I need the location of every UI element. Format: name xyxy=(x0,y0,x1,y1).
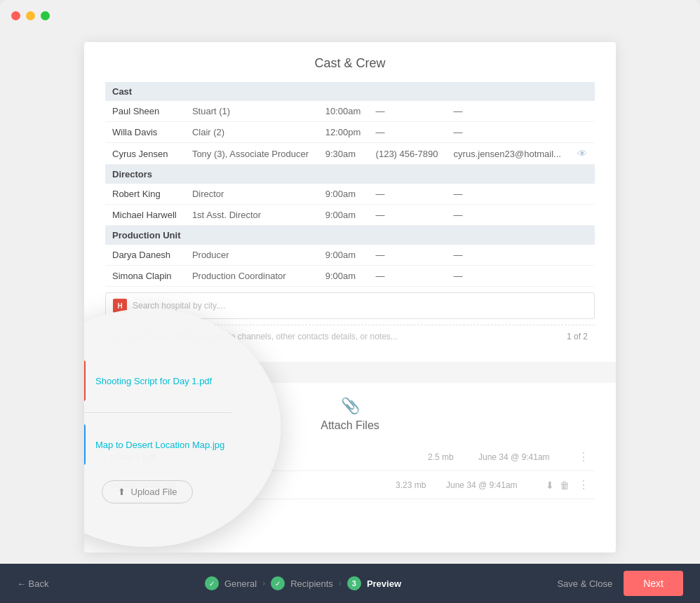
download-icon[interactable]: ⬇ xyxy=(546,480,554,491)
step-preview: 3 Preview xyxy=(347,576,401,590)
member-time: 10:00am xyxy=(318,101,369,122)
group-header-production: Production Unit xyxy=(105,226,595,245)
member-role: Stuart (1) xyxy=(185,101,318,122)
member-phone: — xyxy=(369,101,447,122)
bottom-nav: ← Back ✓ General › ✓ Recipients › 3 Prev… xyxy=(0,564,700,603)
card-wrapper: Cast & Crew Cast Paul Sheen Stuart (1) 1… xyxy=(0,31,700,564)
step-recipients: ✓ Recipients xyxy=(271,576,333,590)
member-phone: — xyxy=(369,122,447,143)
popup-file-item-jpg: JPG Map to Desert Location Map.jpg xyxy=(84,416,253,473)
member-time: 12:00pm xyxy=(318,122,369,143)
traffic-light-yellow[interactable] xyxy=(26,11,35,20)
member-phone: — xyxy=(369,205,447,226)
member-role: Production Coordinator xyxy=(185,266,318,287)
back-button[interactable]: ← Back xyxy=(17,578,49,589)
save-close-button[interactable]: Save & Close xyxy=(557,578,612,589)
member-email: — xyxy=(447,184,571,205)
member-role: 1st Asst. Director xyxy=(185,205,318,226)
popup-overlay: PDF Shooting Script for Day 1.pdf xyxy=(84,309,281,547)
group-label-production: Production Unit xyxy=(105,226,595,245)
step-arrow-2: › xyxy=(339,578,342,588)
member-phone: — xyxy=(369,266,447,287)
table-row: Paul Sheen Stuart (1) 10:00am — — xyxy=(105,101,595,122)
file-date: June 34 @ 9:41am xyxy=(446,480,537,490)
member-email: cyrus.jensen23@hotmail... xyxy=(447,143,571,165)
browser-chrome xyxy=(0,0,700,31)
crew-table: Cast Paul Sheen Stuart (1) 10:00am — — W… xyxy=(105,82,595,287)
card-area: Cast & Crew Cast Paul Sheen Stuart (1) 1… xyxy=(84,42,616,553)
member-name: Robert King xyxy=(105,184,185,205)
table-row: Willa Davis Clair (2) 12:00pm — — xyxy=(105,122,595,143)
member-role: Producer xyxy=(185,245,318,266)
back-label: ← Back xyxy=(17,578,49,589)
file-size: 2.5 mb xyxy=(428,452,470,462)
popup-circle: PDF Shooting Script for Day 1.pdf xyxy=(84,309,281,547)
group-header-cast: Cast xyxy=(105,82,595,101)
attach-title: Attach Files xyxy=(321,419,379,432)
jpg-file-icon: JPG xyxy=(84,424,86,465)
member-role: Tony (3), Associate Producer xyxy=(185,143,318,165)
pdf-file-icon: PDF xyxy=(84,360,86,401)
member-name: Cyrus Jensen xyxy=(105,143,185,165)
upload-file-button[interactable]: ⬆ Upload File xyxy=(102,480,194,503)
member-phone: (123) 456-7890 xyxy=(369,143,447,165)
traffic-light-red[interactable] xyxy=(11,11,20,20)
step-check-recipients: ✓ xyxy=(271,576,285,590)
member-name: Darya Danesh xyxy=(105,245,185,266)
popup-pdf-filename: Shooting Script for Day 1.pdf xyxy=(95,376,212,386)
step-label-recipients: Recipients xyxy=(290,578,333,589)
step-check-general: ✓ xyxy=(205,576,219,590)
next-button[interactable]: Next xyxy=(624,571,683,596)
file-actions: ⬇ 🗑 xyxy=(546,480,570,491)
member-time: 9:00am xyxy=(318,205,369,226)
member-name: Willa Davis xyxy=(105,122,185,143)
file-size: 3.23 mb xyxy=(396,480,438,490)
member-email: — xyxy=(447,101,571,122)
member-time: 9:00am xyxy=(318,266,369,287)
popup-divider xyxy=(84,412,231,413)
step-num-preview: 3 xyxy=(347,576,361,590)
step-general: ✓ General xyxy=(205,576,257,590)
paperclip-icon: 📎 xyxy=(341,397,360,415)
member-email: — xyxy=(447,205,571,226)
eye-icon[interactable]: 👁 xyxy=(577,148,587,159)
file-menu-icon[interactable]: ⋮ xyxy=(578,450,589,463)
member-name: Simona Clapin xyxy=(105,266,185,287)
page-indicator: 1 of 2 xyxy=(567,332,588,341)
table-row: Robert King Director 9:00am — — xyxy=(105,184,595,205)
traffic-light-green[interactable] xyxy=(41,11,50,20)
upload-label: Upload File xyxy=(131,487,177,497)
popup-file-item-pdf: PDF Shooting Script for Day 1.pdf xyxy=(84,352,253,409)
group-label-directors: Directors xyxy=(105,165,595,184)
member-role: Director xyxy=(185,184,318,205)
member-email: — xyxy=(447,245,571,266)
eye-icon-cell[interactable]: 👁 xyxy=(570,143,595,165)
delete-icon[interactable]: 🗑 xyxy=(560,480,570,491)
step-label-preview: Preview xyxy=(367,578,401,589)
member-name: Michael Harwell xyxy=(105,205,185,226)
group-header-directors: Directors xyxy=(105,165,595,184)
member-time: 9:30am xyxy=(318,143,369,165)
member-time: 9:00am xyxy=(318,245,369,266)
upload-icon: ⬆ xyxy=(118,487,126,497)
table-row: Cyrus Jensen Tony (3), Associate Produce… xyxy=(105,143,595,165)
member-email: — xyxy=(447,266,571,287)
step-arrow-1: › xyxy=(262,578,265,588)
member-time: 9:00am xyxy=(318,184,369,205)
member-email: — xyxy=(447,122,571,143)
nav-steps: ✓ General › ✓ Recipients › 3 Preview xyxy=(49,576,558,590)
member-phone: — xyxy=(369,184,447,205)
table-row: Michael Harwell 1st Asst. Director 9:00a… xyxy=(105,205,595,226)
table-row: Darya Danesh Producer 9:00am — — xyxy=(105,245,595,266)
popup-jpg-filename: Map to Desert Location Map.jpg xyxy=(95,440,224,450)
group-label-cast: Cast xyxy=(105,82,595,101)
member-name: Paul Sheen xyxy=(105,101,185,122)
main-area: Cast & Crew Cast Paul Sheen Stuart (1) 1… xyxy=(0,31,700,564)
table-row: Simona Clapin Production Coordinator 9:0… xyxy=(105,266,595,287)
member-role: Clair (2) xyxy=(185,122,318,143)
member-phone: — xyxy=(369,245,447,266)
file-date: June 34 @ 9:41am xyxy=(478,452,570,462)
cast-crew-title: Cast & Crew xyxy=(105,56,595,71)
file-menu-icon[interactable]: ⋮ xyxy=(578,478,589,492)
step-label-general: General xyxy=(224,578,257,589)
